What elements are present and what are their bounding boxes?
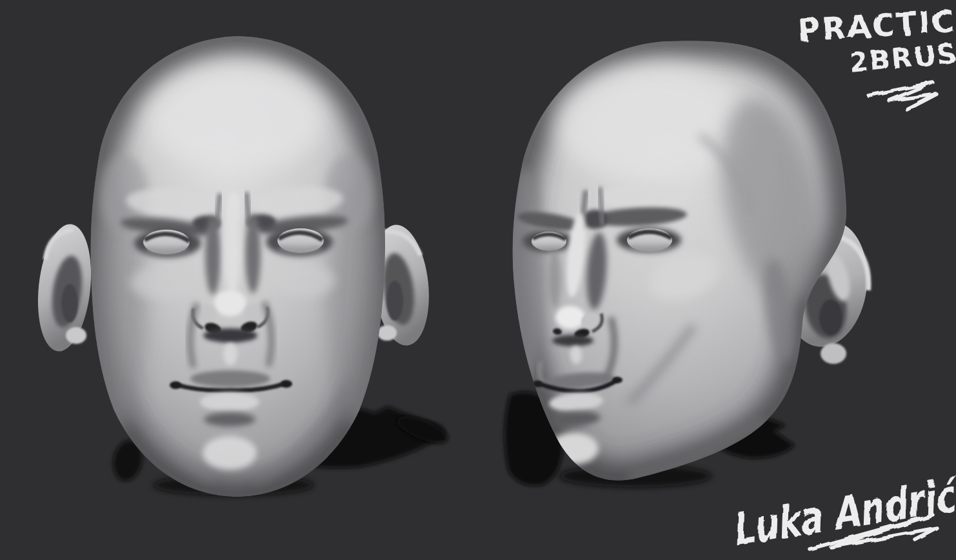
bridge-highlight xyxy=(224,208,241,295)
philtrum xyxy=(223,343,237,365)
ear-concha xyxy=(61,284,78,323)
bridge-side-shadow xyxy=(205,215,221,295)
under-nose-shadow xyxy=(203,328,257,343)
upper-lip xyxy=(190,370,270,387)
chin-highlight xyxy=(203,436,257,470)
nose-tip xyxy=(214,290,246,316)
left-eye xyxy=(134,229,201,257)
ear-lobe xyxy=(66,327,86,344)
frown-crease xyxy=(600,187,602,226)
far-eye xyxy=(523,230,574,252)
bridge-side-shadow xyxy=(245,214,261,294)
under-lip-shadow xyxy=(204,412,255,426)
front-view-head xyxy=(88,36,385,497)
right-eye xyxy=(266,228,333,256)
ear-lobe xyxy=(821,343,846,364)
lower-lip xyxy=(200,392,259,412)
mouth-corner xyxy=(612,377,622,383)
ear-concha xyxy=(819,299,842,335)
ear-concha xyxy=(386,281,403,321)
sculpt-canvas: PRACTICE 2BRUSH Luka Andrić xyxy=(0,0,956,560)
ear-lobe xyxy=(377,325,397,341)
near-eye xyxy=(617,228,681,252)
mouth-corner xyxy=(281,380,292,388)
nose-tip xyxy=(555,306,585,329)
under-nose-shadow xyxy=(552,335,593,346)
sculpt-render: PRACTICE 2BRUSH Luka Andrić xyxy=(0,0,956,560)
mouth-corner xyxy=(170,381,181,389)
